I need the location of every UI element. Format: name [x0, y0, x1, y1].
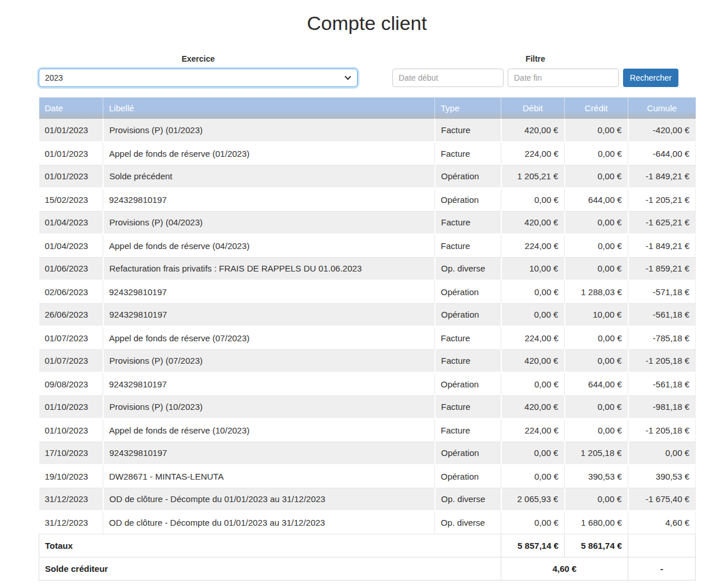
cell-cumule: -561,18 € [628, 372, 696, 395]
exercice-select[interactable]: 2023 [39, 69, 358, 87]
cell-libelle: DW28671 - MINTAS-LENUTA [103, 465, 435, 488]
cell-type: Facture [435, 419, 501, 442]
cell-cumule: 4,60 € [628, 511, 696, 534]
cell-type: Opération [435, 372, 501, 395]
table-row: 31/12/2023 OD de clôture - Décompte du 0… [39, 511, 696, 534]
table-row: 17/10/2023 924329810197 Opération 0,00 €… [39, 442, 696, 465]
cell-type: Facture [435, 395, 501, 419]
cell-debit: 420,00 € [501, 349, 565, 372]
cell-type: Facture [435, 211, 501, 234]
account-table: Date Libellé Type Débit Crédit Cumule 01… [39, 97, 696, 581]
totals-row: Totaux 5 857,14 € 5 861,74 € [39, 534, 696, 557]
cell-credit: 390,53 € [565, 465, 628, 488]
totals-debit: 5 857,14 € [501, 534, 565, 557]
table-row: 01/10/2023 Appel de fonds de réserve (10… [39, 419, 696, 442]
column-header-cumule: Cumule [628, 97, 696, 119]
table-row: 01/10/2023 Provisions (P) (10/2023) Fact… [39, 395, 696, 419]
cell-debit: 224,00 € [501, 234, 565, 257]
cell-debit: 0,00 € [501, 511, 565, 534]
date-fin-input[interactable] [508, 69, 619, 87]
table-row: 02/06/2023 924329810197 Opération 0,00 €… [39, 280, 696, 303]
cell-libelle: Appel de fonds de réserve (10/2023) [103, 419, 435, 442]
cell-type: Opération [435, 280, 501, 303]
column-header-debit: Débit [501, 97, 565, 119]
table-row: 01/04/2023 Provisions (P) (04/2023) Fact… [39, 211, 696, 234]
cell-date: 09/08/2023 [39, 372, 103, 395]
cell-libelle: 924329810197 [103, 442, 435, 465]
search-button[interactable]: Rechercher [623, 69, 678, 87]
table-row: 01/06/2023 Refacturation frais privatifs… [39, 257, 696, 280]
cell-type: Opération [435, 165, 501, 188]
balance-value: 4,60 € [501, 557, 628, 580]
cell-type: Opération [435, 442, 501, 465]
cell-cumule: -1 205,21 € [628, 188, 696, 211]
cell-debit: 1 205,21 € [501, 165, 565, 188]
cell-libelle: Provisions (P) (10/2023) [103, 395, 435, 419]
cell-date: 01/01/2023 [39, 142, 103, 165]
cell-date: 01/06/2023 [39, 257, 103, 280]
column-header-credit: Crédit [565, 97, 628, 119]
cell-debit: 224,00 € [501, 142, 565, 165]
exercice-select-wrap: 2023 [39, 69, 358, 87]
cell-type: Opération [435, 465, 501, 488]
cell-cumule: -1 859,21 € [628, 257, 696, 280]
cell-type: Facture [435, 119, 501, 142]
cell-libelle: Appel de fonds de réserve (01/2023) [103, 142, 435, 165]
cell-date: 01/01/2023 [39, 165, 103, 188]
table-row: 01/01/2023 Appel de fonds de réserve (01… [39, 142, 696, 165]
cell-cumule: -644,00 € [628, 142, 696, 165]
cell-credit: 1 288,03 € [565, 280, 628, 303]
cell-libelle: Refacturation frais privatifs : FRAIS DE… [103, 257, 435, 280]
cell-credit: 0,00 € [565, 211, 628, 234]
table-row: 15/02/2023 924329810197 Opération 0,00 €… [39, 188, 696, 211]
cell-credit: 10,00 € [565, 303, 628, 326]
cell-type: Op. diverse [435, 488, 501, 511]
cell-debit: 0,00 € [501, 372, 565, 395]
cell-date: 01/10/2023 [39, 395, 103, 419]
cell-debit: 0,00 € [501, 303, 565, 326]
cell-date: 02/06/2023 [39, 280, 103, 303]
cell-libelle: Solde précédent [103, 165, 435, 188]
date-debut-input[interactable] [392, 69, 504, 87]
cell-libelle: 924329810197 [103, 372, 435, 395]
cell-credit: 0,00 € [565, 257, 628, 280]
cell-cumule: 390,53 € [628, 465, 696, 488]
table-row: 01/07/2023 Provisions (P) (07/2023) Fact… [39, 349, 696, 372]
cell-libelle: Appel de fonds de réserve (07/2023) [103, 326, 435, 349]
cell-libelle: Provisions (P) (01/2023) [103, 119, 435, 142]
balance-label: Solde créditeur [39, 557, 501, 580]
cell-debit: 0,00 € [501, 188, 565, 211]
cell-type: Opération [435, 188, 501, 211]
cell-type: Opération [435, 303, 501, 326]
cell-libelle: Appel de fonds de réserve (04/2023) [103, 234, 435, 257]
cell-credit: 0,00 € [565, 488, 628, 511]
cell-credit: 1 205,18 € [565, 442, 628, 465]
cell-debit: 0,00 € [501, 465, 565, 488]
cell-debit: 224,00 € [501, 419, 565, 442]
cell-type: Op. diverse [435, 257, 501, 280]
cell-date: 01/10/2023 [39, 419, 103, 442]
cell-date: 19/10/2023 [39, 465, 103, 488]
cell-credit: 0,00 € [565, 419, 628, 442]
cell-cumule: -1 205,18 € [628, 349, 696, 372]
cell-libelle: OD de clôture - Décompte du 01/01/2023 a… [103, 488, 435, 511]
cell-credit: 0,00 € [565, 326, 628, 349]
page-title: Compte client [39, 12, 695, 35]
cell-date: 26/06/2023 [39, 303, 103, 326]
cell-cumule: -420,00 € [628, 119, 696, 142]
cell-date: 01/07/2023 [39, 326, 103, 349]
page-container: Compte client Exercice 2023 Filtre Reche… [39, 0, 695, 581]
cell-credit: 0,00 € [565, 234, 628, 257]
cell-cumule: -1 205,18 € [628, 419, 696, 442]
cell-type: Facture [435, 326, 501, 349]
cell-type: Facture [435, 234, 501, 257]
cell-cumule: -571,18 € [628, 280, 696, 303]
cell-debit: 0,00 € [501, 442, 565, 465]
cell-cumule: 0,00 € [628, 442, 696, 465]
cell-credit: 644,00 € [565, 188, 628, 211]
cell-type: Op. diverse [435, 511, 501, 534]
cell-cumule: -561,18 € [628, 303, 696, 326]
table-header: Date Libellé Type Débit Crédit Cumule [39, 97, 696, 119]
cell-cumule: -1 849,21 € [628, 165, 696, 188]
cell-libelle: 924329810197 [103, 188, 435, 211]
